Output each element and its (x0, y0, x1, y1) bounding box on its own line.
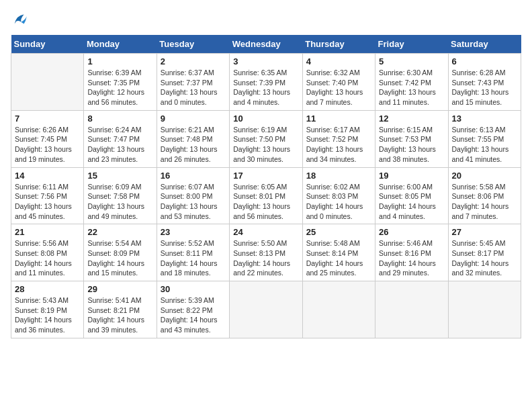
week-row-3: 14Sunrise: 6:11 AMSunset: 7:56 PMDayligh… (11, 167, 521, 224)
day-cell: 30Sunrise: 5:39 AMSunset: 8:22 PMDayligh… (157, 281, 229, 338)
day-info: Sunrise: 6:00 AMSunset: 8:05 PMDaylight:… (379, 182, 444, 222)
day-cell: 20Sunrise: 5:58 AMSunset: 8:06 PMDayligh… (448, 167, 521, 224)
day-number: 11 (306, 113, 371, 124)
day-cell: 15Sunrise: 6:09 AMSunset: 7:58 PMDayligh… (84, 167, 157, 224)
day-cell: 1Sunrise: 6:39 AMSunset: 7:35 PMDaylight… (84, 54, 157, 111)
day-number: 28 (15, 284, 80, 294)
day-number: 21 (15, 227, 80, 237)
days-header-row: SundayMondayTuesdayWednesdayThursdayFrid… (11, 35, 521, 54)
day-number: 1 (87, 56, 152, 66)
day-cell: 11Sunrise: 6:17 AMSunset: 7:52 PMDayligh… (302, 110, 375, 167)
day-info: Sunrise: 6:13 AMSunset: 7:55 PMDaylight:… (452, 125, 517, 165)
day-cell: 10Sunrise: 6:19 AMSunset: 7:50 PMDayligh… (230, 110, 302, 167)
day-number: 27 (452, 227, 517, 237)
day-info: Sunrise: 5:56 AMSunset: 8:08 PMDaylight:… (15, 238, 80, 278)
day-number: 2 (161, 56, 226, 66)
day-cell: 12Sunrise: 6:15 AMSunset: 7:53 PMDayligh… (375, 110, 448, 167)
day-cell: 24Sunrise: 5:50 AMSunset: 8:13 PMDayligh… (230, 224, 302, 281)
day-number: 8 (87, 113, 152, 124)
day-header-monday: Monday (84, 35, 157, 54)
day-header-wednesday: Wednesday (230, 35, 302, 54)
day-cell: 2Sunrise: 6:37 AMSunset: 7:37 PMDaylight… (157, 54, 229, 111)
day-info: Sunrise: 6:35 AMSunset: 7:39 PMDaylight:… (233, 68, 298, 107)
day-cell: 26Sunrise: 5:46 AMSunset: 8:16 PMDayligh… (375, 224, 448, 281)
day-info: Sunrise: 5:46 AMSunset: 8:16 PMDaylight:… (379, 238, 444, 278)
day-number: 13 (452, 113, 517, 124)
day-info: Sunrise: 6:02 AMSunset: 8:03 PMDaylight:… (306, 182, 371, 222)
day-cell: 27Sunrise: 5:45 AMSunset: 8:17 PMDayligh… (448, 224, 521, 281)
day-cell: 29Sunrise: 5:41 AMSunset: 8:21 PMDayligh… (84, 281, 157, 338)
day-number: 7 (15, 113, 80, 124)
day-info: Sunrise: 5:43 AMSunset: 8:19 PMDaylight:… (15, 295, 80, 335)
day-number: 29 (87, 284, 152, 294)
day-number: 10 (233, 113, 298, 124)
day-info: Sunrise: 6:32 AMSunset: 7:40 PMDaylight:… (306, 68, 371, 107)
day-number: 4 (306, 56, 371, 66)
day-info: Sunrise: 5:39 AMSunset: 8:22 PMDaylight:… (161, 295, 226, 335)
week-row-5: 28Sunrise: 5:43 AMSunset: 8:19 PMDayligh… (11, 281, 521, 338)
day-number: 6 (452, 56, 517, 66)
day-cell: 17Sunrise: 6:05 AMSunset: 8:01 PMDayligh… (230, 167, 302, 224)
day-info: Sunrise: 6:37 AMSunset: 7:37 PMDaylight:… (161, 68, 226, 107)
week-row-1: 1Sunrise: 6:39 AMSunset: 7:35 PMDaylight… (11, 54, 521, 111)
day-number: 14 (15, 171, 80, 181)
day-info: Sunrise: 5:41 AMSunset: 8:21 PMDaylight:… (87, 295, 152, 335)
day-info: Sunrise: 6:26 AMSunset: 7:45 PMDaylight:… (15, 125, 80, 165)
day-header-tuesday: Tuesday (157, 35, 229, 54)
day-info: Sunrise: 6:07 AMSunset: 8:00 PMDaylight:… (161, 182, 226, 222)
day-cell: 16Sunrise: 6:07 AMSunset: 8:00 PMDayligh… (157, 167, 229, 224)
day-info: Sunrise: 5:50 AMSunset: 8:13 PMDaylight:… (233, 238, 298, 278)
day-cell: 7Sunrise: 6:26 AMSunset: 7:45 PMDaylight… (11, 110, 84, 167)
day-number: 25 (306, 227, 371, 237)
day-cell: 22Sunrise: 5:54 AMSunset: 8:09 PMDayligh… (84, 224, 157, 281)
day-number: 9 (161, 113, 226, 124)
day-number: 22 (87, 227, 152, 237)
day-info: Sunrise: 6:39 AMSunset: 7:35 PMDaylight:… (87, 68, 152, 107)
day-cell: 28Sunrise: 5:43 AMSunset: 8:19 PMDayligh… (11, 281, 84, 338)
day-header-thursday: Thursday (302, 35, 375, 54)
day-cell: 8Sunrise: 6:24 AMSunset: 7:47 PMDaylight… (84, 110, 157, 167)
day-cell (302, 281, 375, 338)
day-info: Sunrise: 6:15 AMSunset: 7:53 PMDaylight:… (379, 125, 444, 165)
logo (11, 11, 32, 30)
day-cell: 18Sunrise: 6:02 AMSunset: 8:03 PMDayligh… (302, 167, 375, 224)
day-number: 26 (379, 227, 444, 237)
day-number: 23 (161, 227, 226, 237)
day-cell: 3Sunrise: 6:35 AMSunset: 7:39 PMDaylight… (230, 54, 302, 111)
day-cell (11, 54, 84, 111)
day-number: 18 (306, 171, 371, 181)
day-number: 16 (161, 171, 226, 181)
day-number: 24 (233, 227, 298, 237)
day-cell: 5Sunrise: 6:30 AMSunset: 7:42 PMDaylight… (375, 54, 448, 111)
day-info: Sunrise: 6:21 AMSunset: 7:48 PMDaylight:… (161, 125, 226, 165)
day-info: Sunrise: 5:48 AMSunset: 8:14 PMDaylight:… (306, 238, 371, 278)
day-info: Sunrise: 5:52 AMSunset: 8:11 PMDaylight:… (161, 238, 226, 278)
day-number: 30 (161, 284, 226, 294)
day-info: Sunrise: 6:11 AMSunset: 7:56 PMDaylight:… (15, 182, 80, 222)
day-number: 15 (87, 171, 152, 181)
day-cell: 13Sunrise: 6:13 AMSunset: 7:55 PMDayligh… (448, 110, 521, 167)
day-info: Sunrise: 6:28 AMSunset: 7:43 PMDaylight:… (452, 68, 517, 107)
day-number: 5 (379, 56, 444, 66)
day-header-saturday: Saturday (448, 35, 521, 54)
logo-bird-icon (11, 11, 30, 30)
day-cell: 6Sunrise: 6:28 AMSunset: 7:43 PMDaylight… (448, 54, 521, 111)
day-cell (448, 281, 521, 338)
day-header-friday: Friday (375, 35, 448, 54)
day-info: Sunrise: 5:54 AMSunset: 8:09 PMDaylight:… (87, 238, 152, 278)
day-cell (375, 281, 448, 338)
day-cell: 4Sunrise: 6:32 AMSunset: 7:40 PMDaylight… (302, 54, 375, 111)
day-number: 3 (233, 56, 298, 66)
day-info: Sunrise: 6:05 AMSunset: 8:01 PMDaylight:… (233, 182, 298, 222)
calendar-table: SundayMondayTuesdayWednesdayThursdayFrid… (11, 35, 521, 338)
day-number: 12 (379, 113, 444, 124)
day-info: Sunrise: 6:19 AMSunset: 7:50 PMDaylight:… (233, 125, 298, 165)
day-number: 17 (233, 171, 298, 181)
day-cell: 23Sunrise: 5:52 AMSunset: 8:11 PMDayligh… (157, 224, 229, 281)
week-row-4: 21Sunrise: 5:56 AMSunset: 8:08 PMDayligh… (11, 224, 521, 281)
day-number: 20 (452, 171, 517, 181)
week-row-2: 7Sunrise: 6:26 AMSunset: 7:45 PMDaylight… (11, 110, 521, 167)
day-info: Sunrise: 5:58 AMSunset: 8:06 PMDaylight:… (452, 182, 517, 222)
day-info: Sunrise: 5:45 AMSunset: 8:17 PMDaylight:… (452, 238, 517, 278)
day-info: Sunrise: 6:30 AMSunset: 7:42 PMDaylight:… (379, 68, 444, 107)
